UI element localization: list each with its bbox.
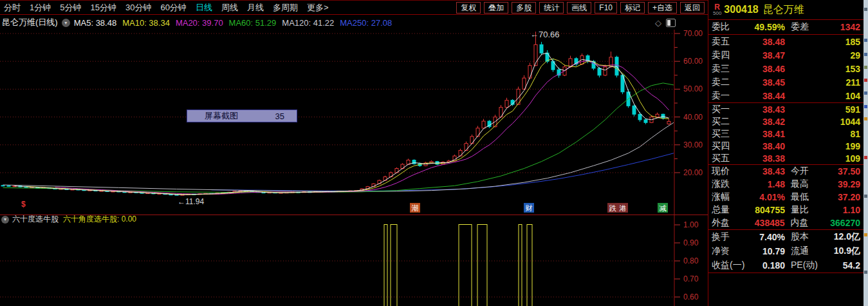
period-tab-7[interactable]: 周线 bbox=[221, 2, 238, 14]
diamond-marker-icon[interactable]: ◇ bbox=[655, 18, 661, 28]
queue-label: 卖三 bbox=[712, 63, 739, 75]
period-tab-1[interactable]: 1分钟 bbox=[30, 2, 51, 14]
quote-panel-header: R 500 300418 昆仑万维 bbox=[708, 0, 863, 20]
side-icon-strip[interactable] bbox=[863, 0, 868, 306]
period-tab-2[interactable]: 5分钟 bbox=[60, 2, 81, 14]
tool-button-0[interactable]: 复权 bbox=[456, 2, 481, 14]
ask-row[interactable]: 卖三38.46153 bbox=[708, 62, 863, 75]
tool-button-5[interactable]: F10 bbox=[595, 2, 617, 14]
stat-label: 外盘 bbox=[712, 217, 749, 229]
period-tab-6[interactable]: 日线 bbox=[196, 2, 212, 14]
queue-label: 买四 bbox=[712, 140, 739, 152]
stat-label: PE(动) bbox=[791, 260, 831, 271]
queue-volume: 1044 bbox=[785, 117, 860, 127]
screenshot-popup-label: 屏幕截图 bbox=[187, 110, 238, 122]
indicator-header: ▾ 六十度选牛股 六十角度选牛股: 0.00 bbox=[0, 215, 450, 224]
queue-price: 38.44 bbox=[739, 91, 785, 101]
queue-label: 卖五 bbox=[712, 36, 739, 48]
badge-500: 500 bbox=[713, 11, 721, 16]
chevron-down-icon[interactable]: ▾ bbox=[62, 19, 70, 27]
svg-text:潮: 潮 bbox=[412, 204, 419, 212]
tool-button-4[interactable]: 画线 bbox=[567, 2, 591, 14]
svg-text:←70.66: ←70.66 bbox=[530, 30, 560, 39]
stat-value: 54.2 bbox=[831, 260, 860, 271]
stat-row: 涨幅4.01%最低37.20 bbox=[708, 191, 863, 204]
edge-icon-9[interactable] bbox=[864, 195, 867, 198]
indicator-title: 六十度选牛股 bbox=[12, 214, 59, 225]
svg-text:财: 财 bbox=[526, 204, 533, 212]
period-tab-3[interactable]: 15分钟 bbox=[90, 2, 116, 14]
quote-stats: 现价38.43今开37.50涨跌1.48最高39.29涨幅4.01%最低37.2… bbox=[708, 165, 863, 229]
edge-icon-8[interactable] bbox=[864, 156, 867, 159]
tool-button-2[interactable]: 多股 bbox=[512, 2, 536, 14]
queue-label: 买三 bbox=[712, 128, 739, 140]
edge-icon-3[interactable] bbox=[864, 66, 867, 69]
svg-text:0.80: 0.80 bbox=[683, 256, 699, 265]
bid-row[interactable]: 买二38.421044 bbox=[708, 115, 863, 128]
period-tab-8[interactable]: 月线 bbox=[247, 2, 264, 14]
weibi-value: 49.59% bbox=[749, 22, 785, 32]
edge-icon-2[interactable] bbox=[864, 53, 867, 56]
candlestick-chart[interactable]: 70.0060.0050.0040.0030.0020.00←70.66←11.… bbox=[0, 30, 708, 215]
period-tab-4[interactable]: 30分钟 bbox=[125, 2, 151, 14]
bid-row[interactable]: 买四38.40199 bbox=[708, 140, 863, 152]
stat-value: 10.79 bbox=[753, 246, 785, 256]
weicha-label: 委差 bbox=[791, 21, 831, 33]
bid-row[interactable]: 买一38.43591 bbox=[708, 103, 863, 115]
ask-row[interactable]: 卖四38.4729 bbox=[708, 48, 863, 62]
tool-button-6[interactable]: 标记 bbox=[620, 2, 645, 14]
ma-value-undefined: MA20: 39.70 bbox=[176, 18, 223, 28]
ask-row[interactable]: 卖一38.44104 bbox=[708, 89, 863, 102]
edge-icon-0[interactable] bbox=[864, 8, 867, 11]
period-tab-9[interactable]: 多周期 bbox=[273, 2, 298, 14]
collapse-chevron-icon[interactable]: ▾ bbox=[1, 216, 9, 224]
ask-row[interactable]: 卖二38.45211 bbox=[708, 75, 863, 89]
tool-button-8[interactable]: 返回 bbox=[680, 2, 705, 14]
edge-icon-6[interactable] bbox=[864, 105, 867, 108]
app-window: { "toolbar": { "periods": [ {"label":"分时… bbox=[0, 0, 868, 306]
queue-price: 38.46 bbox=[739, 64, 785, 74]
stat-label: 最低 bbox=[791, 191, 831, 203]
stat-value: 37.50 bbox=[831, 166, 860, 177]
stat-value: 804755 bbox=[749, 205, 785, 215]
edge-icon-1[interactable] bbox=[864, 39, 867, 42]
tool-button-1[interactable]: 叠加 bbox=[484, 2, 508, 14]
stat-row: 涨跌1.48最高39.29 bbox=[708, 178, 863, 191]
stat-label: 涨幅 bbox=[712, 191, 749, 203]
ma-value-undefined: MA60: 51.29 bbox=[229, 18, 277, 28]
screenshot-popup[interactable]: 屏幕截图 35 bbox=[187, 110, 297, 122]
indicator-chart[interactable]: 1.000.900.800.700.60 bbox=[0, 215, 708, 306]
stat-value: 38.43 bbox=[749, 166, 785, 177]
queue-price: 38.38 bbox=[739, 153, 785, 164]
edge-icon-11[interactable] bbox=[864, 271, 867, 274]
bid-row[interactable]: 买三38.4181 bbox=[708, 128, 863, 140]
stat-value: 37.20 bbox=[831, 192, 860, 202]
bid-row[interactable]: 买五38.38109 bbox=[708, 152, 863, 164]
edge-icon-7[interactable] bbox=[864, 117, 867, 120]
tool-button-3[interactable]: 统计 bbox=[539, 2, 564, 14]
period-tab-0[interactable]: 分时 bbox=[4, 2, 21, 14]
edge-icon-10[interactable] bbox=[864, 233, 867, 236]
ask-row[interactable]: 卖五38.48185 bbox=[708, 35, 863, 48]
edge-icon-5[interactable] bbox=[864, 91, 867, 95]
split-panel-icon[interactable] bbox=[666, 19, 676, 27]
queue-price: 38.47 bbox=[739, 50, 785, 61]
queue-volume: 153 bbox=[785, 64, 860, 74]
queue-volume: 591 bbox=[785, 104, 860, 115]
period-tabs: 分时1分钟5分钟15分钟30分钟60分钟日线周线月线多周期更多> bbox=[0, 2, 328, 14]
stat-value: 7.40% bbox=[753, 232, 785, 242]
stat-label: 总量 bbox=[712, 204, 749, 216]
stat-label: 流通 bbox=[791, 245, 831, 257]
svg-text:70.00: 70.00 bbox=[683, 30, 703, 38]
queue-label: 卖一 bbox=[712, 90, 739, 102]
stat-label: 净资 bbox=[712, 245, 753, 257]
svg-text:减: 减 bbox=[660, 204, 667, 212]
stock-name: 昆仑万维 bbox=[763, 3, 804, 17]
period-tab-10[interactable]: 更多> bbox=[307, 2, 329, 14]
svg-text:0.70: 0.70 bbox=[683, 274, 699, 283]
period-tab-5[interactable]: 60分钟 bbox=[160, 2, 186, 14]
tool-button-7[interactable]: +自选 bbox=[648, 2, 677, 14]
queue-volume: 29 bbox=[785, 50, 860, 61]
stat-row: 收益(一)0.180PE(动)54.2 bbox=[708, 258, 863, 273]
edge-icon-4[interactable] bbox=[864, 79, 867, 82]
